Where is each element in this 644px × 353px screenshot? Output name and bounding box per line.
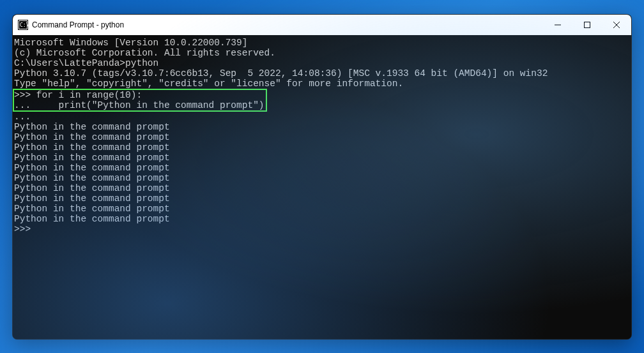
python-help: Type "help", "copyright", "credits" or "… xyxy=(14,79,630,89)
prompt-line: C:\Users\LattePanda>python xyxy=(14,58,630,68)
svg-text:C:\: C:\ xyxy=(20,22,28,28)
maximize-button[interactable] xyxy=(572,15,602,35)
output-line: Python in the command prompt xyxy=(14,193,630,204)
copyright-line: (c) Microsoft Corporation. All rights re… xyxy=(14,48,630,58)
output-line: Python in the command prompt xyxy=(14,204,630,214)
output-line: Python in the command prompt xyxy=(14,132,630,142)
output-line: Python in the command prompt xyxy=(14,153,630,163)
output-line: Python in the command prompt xyxy=(14,163,630,173)
titlebar[interactable]: C:\ Command Prompt - python xyxy=(13,15,631,35)
close-button[interactable] xyxy=(602,15,631,35)
continuation: ... xyxy=(14,112,630,122)
code-line: ... print("Python in the command prompt"… xyxy=(14,100,264,110)
terminal-output[interactable]: Microsoft Windows [Version 10.0.22000.73… xyxy=(13,35,631,339)
cmd-icon: C:\ xyxy=(18,20,28,30)
output-line: Python in the command prompt xyxy=(14,214,630,224)
python-version: Python 3.10.7 (tags/v3.10.7:6cc6b13, Sep… xyxy=(14,68,630,79)
output-line: Python in the command prompt xyxy=(14,122,630,132)
window-controls xyxy=(543,15,631,35)
svg-rect-5 xyxy=(585,22,590,27)
repl-prompt: >>> xyxy=(14,224,630,234)
os-header: Microsoft Windows [Version 10.0.22000.73… xyxy=(14,38,630,48)
output-line: Python in the command prompt xyxy=(14,142,630,153)
app-window: C:\ Command Prompt - python Microsoft Wi… xyxy=(12,14,632,340)
minimize-button[interactable] xyxy=(543,15,572,35)
output-line: Python in the command prompt xyxy=(14,183,630,193)
code-line: >>> for i in range(10): xyxy=(14,90,264,100)
window-title: Command Prompt - python xyxy=(32,20,543,29)
output-line: Python in the command prompt xyxy=(14,173,630,183)
code-highlight: >>> for i in range(10):... print("Python… xyxy=(13,89,267,112)
